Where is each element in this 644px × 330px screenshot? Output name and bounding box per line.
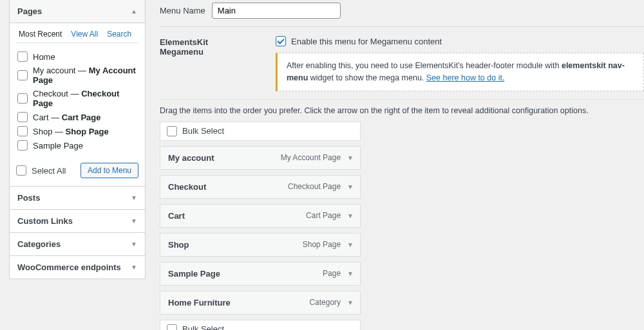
bulk-select-top[interactable]: Bulk Select [160,122,361,141]
pages-footer: Select All Add to Menu [16,163,138,178]
panel-categories-title: Categories [17,239,61,249]
tab-most-recent[interactable]: Most Recent [19,30,62,39]
checkbox[interactable] [167,324,177,331]
tab-view-all[interactable]: View All [71,30,98,39]
pages-tabs: Most Recent View All Search [16,30,138,43]
panel-custom-links-title: Custom Links [17,216,73,226]
chevron-down-icon[interactable]: ▼ [347,270,354,277]
list-item: Cart — Cart Page [16,110,138,124]
menu-item-type: Checkout Page [288,182,341,191]
menu-item[interactable]: My account My Account Page▼ [160,146,361,170]
menu-item[interactable]: Cart Cart Page▼ [160,204,361,228]
megamenu-section: ElementsKit Megamenu Enable this menu fo… [160,27,644,100]
checkbox[interactable] [17,126,28,136]
menu-items-list: My account My Account Page▼ Checkout Che… [160,146,644,315]
notice-link[interactable]: See here how to do it. [426,73,505,82]
checkbox[interactable] [17,51,28,62]
checkbox-checked-icon[interactable] [276,36,286,46]
panel-posts-title: Posts [17,193,40,203]
panel-categories-header[interactable]: Categories ▼ [9,232,146,256]
checkbox[interactable] [17,112,28,122]
add-to-menu-button[interactable]: Add to Menu [80,163,138,178]
chevron-down-icon[interactable]: ▼ [347,212,354,219]
panel-posts-header[interactable]: Posts ▼ [9,186,146,210]
panel-pages-title: Pages [17,6,42,16]
drag-help-text: Drag the items into the order you prefer… [160,100,644,122]
list-item: Home [16,50,138,64]
checkbox[interactable] [167,126,177,136]
checkbox[interactable] [17,93,28,104]
menu-item[interactable]: Shop Shop Page▼ [160,233,361,257]
menu-name-label: Menu Name [160,6,205,15]
menu-item-type: Shop Page [303,240,341,249]
panel-pages-header[interactable]: Pages ▲ [9,0,146,23]
chevron-down-icon[interactable]: ▼ [347,183,354,190]
menu-item-title: Cart [168,211,185,221]
list-item: Checkout — Checkout Page [16,87,138,110]
chevron-down-icon[interactable]: ▼ [347,299,354,306]
pages-checklist: Home My account — My Account Page Checko… [16,48,138,156]
checkbox[interactable] [17,140,28,151]
panel-pages-body: Most Recent View All Search Home My acco… [9,23,146,187]
menu-item-title: Shop [168,240,189,250]
menu-item-type: Cart Page [306,211,341,220]
main-panel: Menu Name ElementsKit Megamenu Enable th… [160,0,644,330]
megamenu-heading: ElementsKit Megamenu [160,36,250,57]
panel-woocommerce-header[interactable]: WooCommerce endpoints ▼ [9,255,146,279]
select-all[interactable]: Select All [16,165,66,176]
menu-item-title: Checkout [168,182,206,192]
list-item: Shop — Shop Page [16,124,138,138]
menu-item[interactable]: Sample Page Page▼ [160,262,361,286]
menu-item-title: My account [168,153,214,163]
notice: After enabling this, you need to use Ele… [276,53,644,91]
menu-name-row: Menu Name [160,0,644,27]
bulk-select-bottom[interactable]: Bulk Select [160,320,361,331]
chevron-down-icon: ▼ [131,217,137,225]
menu-item[interactable]: Checkout Checkout Page▼ [160,175,361,199]
chevron-down-icon[interactable]: ▼ [347,154,354,161]
menu-item-type: Category [309,298,341,307]
enable-megamenu[interactable]: Enable this menu for Megamenu content [276,36,644,46]
chevron-down-icon[interactable]: ▼ [347,241,354,248]
sidebar: Pages ▲ Most Recent View All Search Home… [9,0,146,279]
checkbox[interactable] [16,165,26,176]
megamenu-controls: Enable this menu for Megamenu content Af… [276,36,644,91]
menu-item-type: My Account Page [281,153,341,162]
menu-item[interactable]: Home Furniture Category▼ [160,291,361,315]
menu-item-title: Sample Page [168,269,220,279]
chevron-down-icon: ▼ [131,264,137,271]
menu-item-title: Home Furniture [168,298,231,307]
checkbox[interactable] [17,70,28,80]
menu-name-input[interactable] [212,3,341,19]
panel-woocommerce-title: WooCommerce endpoints [17,262,121,272]
list-item: My account — My Account Page [16,64,138,87]
menu-item-type: Page [323,269,341,278]
chevron-down-icon: ▼ [131,241,137,248]
panel-custom-links-header[interactable]: Custom Links ▼ [9,209,146,233]
list-item: Sample Page [16,138,138,152]
chevron-down-icon: ▼ [131,194,137,201]
chevron-up-icon: ▲ [131,8,137,15]
tab-search[interactable]: Search [107,30,131,39]
